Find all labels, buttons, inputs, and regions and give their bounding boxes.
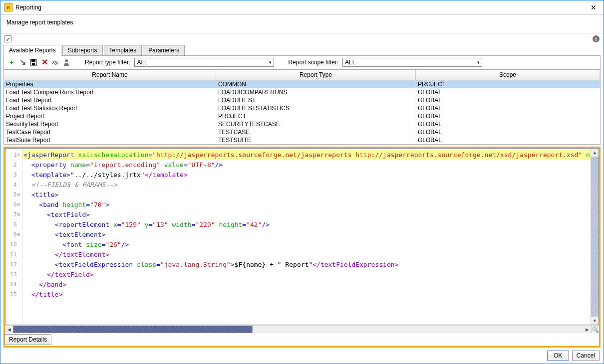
tab-available-reports[interactable]: Available Reports [3, 45, 61, 56]
gutter-line: 13 [5, 269, 22, 279]
delete-button[interactable]: ✕ [40, 58, 49, 67]
cell-scope: GLOBAL [416, 88, 600, 96]
rename-button[interactable]: xy. [51, 58, 60, 67]
scroll-up-icon[interactable]: ▲ [591, 149, 599, 157]
close-button[interactable]: ✕ [588, 2, 600, 12]
table-body: PropertiesCOMMONPROJECTLoad Test Compare… [4, 80, 600, 144]
fold-icon[interactable]: ⊟ [17, 192, 20, 197]
type-filter-select[interactable]: ALL ▾ [134, 58, 274, 67]
cell-scope: PROJECT [416, 80, 600, 88]
table-row[interactable]: Load Test Statistics ReportLOADUITESTSTA… [4, 104, 600, 112]
code-line[interactable]: <title> [22, 189, 591, 199]
cell-scope: GLOBAL [416, 96, 600, 104]
scroll-track[interactable] [13, 326, 583, 333]
xml-gutter: 1⊟2 3 4 5⊟6⊟7⊟8 9⊟10 11 12 13 14 15 [5, 149, 22, 325]
code-line[interactable]: <font size="26"/> [22, 239, 591, 249]
gutter-line: 15 [5, 289, 22, 299]
tab-parameters[interactable]: Parameters [143, 45, 185, 56]
gutter-line: 12 [5, 259, 22, 269]
cell-type: SECURITYTESTCASE [216, 120, 416, 128]
code-line[interactable]: </title> [22, 289, 591, 299]
code-line[interactable]: <textFieldExpression class="java.lang.St… [22, 259, 591, 269]
fold-icon[interactable]: ⊟ [17, 152, 20, 157]
code-line[interactable]: </textElement> [22, 249, 591, 259]
cell-name: Load Test Statistics Report [4, 104, 216, 112]
cell-type: TESTSUITE [216, 136, 416, 144]
window-subtitle: Manage report templates [0, 15, 604, 33]
cancel-button[interactable]: Cancel [572, 351, 600, 361]
xml-code[interactable]: <jasperReport xsi:schemaLocation="http:/… [22, 149, 591, 325]
expand-icon[interactable]: ⤢ [4, 35, 11, 42]
svg-point-3 [65, 59, 68, 62]
table-row[interactable]: Load Test ReportLOADUITESTGLOBAL [4, 96, 600, 104]
scope-filter-label: Report scope filter: [288, 59, 338, 66]
gutter-line: 11 [5, 249, 22, 259]
table-row[interactable]: TestSuite ReportTESTSUITEGLOBAL [4, 136, 600, 144]
cell-scope: GLOBAL [416, 112, 600, 120]
table-row[interactable]: TestCase ReportTESTCASEGLOBAL [4, 128, 600, 136]
svg-rect-2 [32, 63, 35, 65]
fold-icon[interactable]: ⊟ [17, 232, 20, 237]
table-row[interactable]: SecurityTest ReportSECURITYTESTCASEGLOBA… [4, 120, 600, 128]
col-report-name[interactable]: Report Name [4, 70, 216, 80]
save-button[interactable] [29, 58, 38, 67]
cell-name: Project Report [4, 112, 216, 120]
col-scope[interactable]: Scope [416, 70, 600, 80]
info-icon[interactable]: i [593, 35, 600, 42]
col-report-type[interactable]: Report Type [216, 70, 416, 80]
tab-templates[interactable]: Templates [104, 45, 142, 56]
cell-name: TestSuite Report [4, 136, 216, 144]
vertical-scrollbar[interactable]: ▲ ▼ [591, 149, 599, 325]
reports-toolbar: + ↘ ✕ xy. Report type filter: ALL ▾ Repo… [4, 56, 600, 69]
reports-table: Report Name Report Type Scope Properties… [4, 69, 600, 144]
code-line[interactable]: <!--FIELDS & PARAMS--> [22, 180, 591, 189]
reports-panel: + ↘ ✕ xy. Report type filter: ALL ▾ Repo… [3, 55, 601, 145]
type-filter-label: Report type filter: [85, 59, 130, 66]
user-button[interactable] [62, 58, 71, 67]
window-icon: R [4, 3, 12, 11]
code-line[interactable]: <textElement> [22, 229, 591, 239]
cell-type: TESTCASE [216, 128, 416, 136]
scroll-down-icon[interactable]: ▼ [591, 317, 599, 325]
tab-report-details[interactable]: Report Details [4, 334, 51, 345]
ok-button[interactable]: OK [547, 351, 569, 361]
cell-scope: GLOBAL [416, 120, 600, 128]
cell-name: TestCase Report [4, 128, 216, 136]
gutter-line: 4 [5, 180, 22, 189]
code-line[interactable]: <jasperReport xsi:schemaLocation="http:/… [22, 150, 591, 160]
code-line[interactable]: <band height="70"> [22, 199, 591, 209]
xml-editor[interactable]: 1⊟2 3 4 5⊟6⊟7⊟8 9⊟10 11 12 13 14 15 <jas… [5, 148, 599, 325]
code-line[interactable]: <reportElement x="159" y="13" width="229… [22, 219, 591, 229]
scroll-track[interactable] [591, 157, 599, 317]
tab-subreports[interactable]: Subreports [62, 45, 103, 56]
scroll-thumb[interactable] [13, 326, 253, 333]
edit-button[interactable]: ↘ [18, 58, 27, 67]
add-button[interactable]: + [7, 58, 16, 67]
table-row[interactable]: Load Test Compare Runs ReportLOADUICOMPA… [4, 88, 600, 96]
code-line[interactable]: </textField> [22, 269, 591, 279]
code-line[interactable]: </band> [22, 279, 591, 289]
code-line[interactable]: <textField> [22, 209, 591, 219]
cell-type: LOADUITEST [216, 96, 416, 104]
gutter-line: 5⊟ [5, 189, 22, 199]
code-line[interactable]: <property name="ireport.encoding" value=… [22, 160, 591, 170]
table-row[interactable]: PropertiesCOMMONPROJECT [4, 80, 600, 88]
report-details-highlighted: 1⊟2 3 4 5⊟6⊟7⊟8 9⊟10 11 12 13 14 15 <jas… [3, 147, 601, 348]
scroll-left-icon[interactable]: ◀ [5, 326, 13, 333]
zoom-corner-icon[interactable]: 🔍 [591, 326, 599, 334]
gutter-line: 9⊟ [5, 229, 22, 239]
fold-icon[interactable]: ⊟ [17, 202, 20, 207]
fold-icon[interactable]: ⊟ [17, 212, 20, 217]
type-filter-value: ALL [137, 59, 147, 66]
cell-type: COMMON [216, 80, 416, 88]
gutter-line: 8 [5, 219, 22, 229]
scope-filter-select[interactable]: ALL ▾ [342, 58, 482, 67]
table-row[interactable]: Project ReportPROJECTGLOBAL [4, 112, 600, 120]
gutter-line: 14 [5, 279, 22, 289]
scroll-right-icon[interactable]: ▶ [583, 326, 591, 333]
horizontal-scrollbar[interactable]: ◀ ▶ 🔍 [5, 325, 599, 333]
cell-name: Properties [4, 80, 216, 88]
dropdown-icon: ▾ [269, 60, 272, 65]
code-line[interactable]: <template>"../../styles.jrtx"</template> [22, 170, 591, 180]
cell-name: Load Test Compare Runs Report [4, 88, 216, 96]
